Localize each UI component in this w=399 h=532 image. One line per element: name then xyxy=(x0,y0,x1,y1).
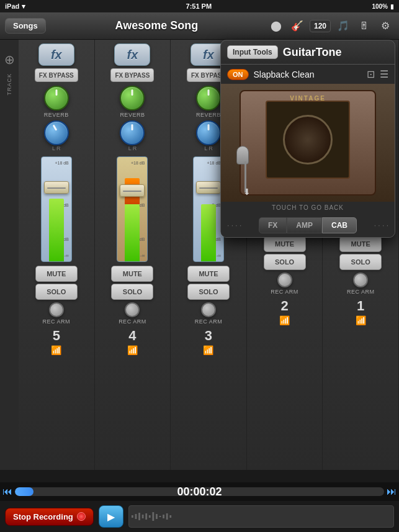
rewind-button[interactable]: ⏮ xyxy=(2,486,12,497)
channel-number-ch3: 3 xyxy=(205,328,212,344)
touch-go-back-bar: TOUCH TO GO BACK xyxy=(221,202,395,214)
solo-btn-ch4[interactable]: SOLO xyxy=(111,284,153,300)
rec-arm-circle-ch5[interactable] xyxy=(49,302,64,317)
tuner-pin: ⬇ xyxy=(243,187,251,197)
preset-name: Slapback Clean xyxy=(254,70,362,79)
on-toggle[interactable]: ON xyxy=(227,69,249,80)
mixer-icon[interactable]: 🎚 xyxy=(356,17,373,35)
rec-arm-ch2: REC ARM xyxy=(271,273,298,295)
fx-button-ch5[interactable]: fx xyxy=(38,43,74,66)
time-display: 7:51 PM xyxy=(186,2,212,10)
reverb-knob-container-ch3: REVERB xyxy=(196,86,221,118)
fader-ch3[interactable]: +18 dB 0 dB -18 dB -∞ xyxy=(193,156,224,262)
fx-button-ch4[interactable]: fx xyxy=(114,43,150,66)
header-icons: ⬤ 🎸 120 🎵 🎚 ⚙ xyxy=(267,17,394,35)
wifi-ch4: 📶 xyxy=(127,345,138,355)
rec-arm-label-ch1: REC ARM xyxy=(347,289,375,295)
dots-left: · · · · xyxy=(227,221,259,230)
stop-recording-label: Stop Recording xyxy=(13,512,73,521)
rec-arm-circle-ch2[interactable] xyxy=(277,273,292,287)
play-button[interactable]: ▶ xyxy=(99,505,123,528)
svg-rect-11 xyxy=(169,515,171,518)
rec-arm-circle-ch3[interactable] xyxy=(201,302,216,317)
transport-progress-fill xyxy=(15,487,34,496)
mute-btn-ch5[interactable]: MUTE xyxy=(35,266,78,282)
mute-btn-ch1[interactable]: MUTE xyxy=(339,236,382,252)
waveform-display xyxy=(128,505,394,528)
solo-btn-ch2[interactable]: SOLO xyxy=(264,254,306,270)
svg-rect-1 xyxy=(135,514,137,519)
solo-btn-ch1[interactable]: SOLO xyxy=(339,254,382,270)
svg-rect-6 xyxy=(152,512,154,521)
wifi-ch5: 📶 xyxy=(51,345,61,355)
tab-cab[interactable]: CAB xyxy=(322,217,357,233)
tab-fx[interactable]: FX xyxy=(259,217,287,233)
rec-arm-label-ch3: REC ARM xyxy=(195,318,223,325)
mute-solo-ch5: MUTE SOLO xyxy=(21,266,92,300)
rec-arm-circle-ch1[interactable] xyxy=(353,273,368,287)
add-track-button[interactable]: ⊕ xyxy=(2,52,17,67)
fast-forward-button[interactable]: ⏭ xyxy=(387,486,397,497)
fx-bypass-ch5[interactable]: FX BYPASS xyxy=(35,68,78,82)
amp-speaker xyxy=(283,115,333,165)
fx-bypass-ch4[interactable]: FX BYPASS xyxy=(110,68,154,82)
svg-rect-5 xyxy=(149,515,151,518)
dots-right: · · · · xyxy=(357,221,388,230)
amp-speaker-grille xyxy=(266,101,350,179)
channel-number-ch2: 2 xyxy=(280,298,288,314)
channel-number-ch4: 4 xyxy=(128,328,136,344)
preset-list-icon[interactable]: ☰ xyxy=(380,68,388,80)
guitartone-overlay: Input Tools GuitarTone ON Slapback Clean… xyxy=(220,40,395,238)
svg-rect-0 xyxy=(132,515,133,518)
pan-knob-ch4[interactable] xyxy=(120,120,145,145)
solo-btn-ch5[interactable]: SOLO xyxy=(35,284,78,300)
mute-btn-ch3[interactable]: MUTE xyxy=(187,266,230,282)
mute-solo-ch3: MUTE SOLO xyxy=(173,266,244,300)
settings-icon[interactable]: ⚙ xyxy=(377,17,394,35)
track-sidebar-label: TRACK xyxy=(6,73,12,96)
amp-body: VINTAGE xyxy=(240,90,376,196)
reverb-knob-ch4[interactable] xyxy=(120,86,145,110)
status-bar: iPad ▾ 7:51 PM 100% ▮ xyxy=(0,0,399,12)
amp-display: VINTAGE ⬇ xyxy=(221,84,395,202)
pan-knob-ch3[interactable] xyxy=(196,120,221,145)
status-right: 100% ▮ xyxy=(372,3,394,10)
songs-button[interactable]: Songs xyxy=(5,18,46,34)
touch-go-back-text: TOUCH TO GO BACK xyxy=(272,204,344,211)
guitar-icon[interactable]: 🎸 xyxy=(289,17,306,35)
fader-ch5[interactable]: +18 dB 0 dB -18 dB -∞ xyxy=(41,156,72,262)
reverb-knob-container-ch5: REVERB xyxy=(44,86,69,118)
reverb-knob-ch5[interactable] xyxy=(44,86,69,110)
tab-amp[interactable]: AMP xyxy=(287,217,322,233)
metronome-icon[interactable]: 🎵 xyxy=(334,17,352,35)
amp-tabs-row: FX AMP CAB xyxy=(259,217,357,233)
pan-knob-container-ch4: LR xyxy=(120,120,145,154)
preset-save-icon[interactable]: ⊡ xyxy=(367,68,375,80)
rec-arm-label-ch5: REC ARM xyxy=(43,318,71,325)
mute-solo-ch4: MUTE SOLO xyxy=(97,266,168,300)
rec-arm-ch4: REC ARM xyxy=(119,302,146,325)
mute-btn-ch4[interactable]: MUTE xyxy=(111,266,153,282)
pan-knob-ch5[interactable] xyxy=(44,120,69,145)
battery-icon: ▮ xyxy=(390,3,394,10)
rec-arm-circle-ch4[interactable] xyxy=(125,302,140,317)
mute-solo-ch1: MUTE SOLO xyxy=(325,236,396,270)
rec-arm-ch5: REC ARM xyxy=(43,302,71,325)
channel-number-ch1: 1 xyxy=(357,298,364,314)
pan-knob-container-ch5: LR xyxy=(44,120,69,154)
waveform-svg xyxy=(132,508,391,525)
svg-rect-8 xyxy=(159,516,161,517)
svg-rect-9 xyxy=(163,515,164,518)
bpm-badge[interactable]: 120 xyxy=(310,20,331,32)
solo-btn-ch3[interactable]: SOLO xyxy=(187,284,230,300)
fader-ch4[interactable]: +18 dB 0 dB -18 dB -∞ xyxy=(117,156,148,262)
wifi-icon: ▾ xyxy=(22,2,25,11)
pan-lr-ch3: LR xyxy=(204,145,213,151)
mute-btn-ch2[interactable]: MUTE xyxy=(264,236,306,252)
wifi-ch3: 📶 xyxy=(203,345,213,355)
pan-lr-ch5: LR xyxy=(52,145,61,151)
input-tools-button[interactable]: Input Tools xyxy=(227,45,278,59)
svg-rect-10 xyxy=(166,513,168,520)
stop-recording-button[interactable]: Stop Recording xyxy=(5,508,94,526)
reverb-knob-ch3[interactable] xyxy=(196,86,221,110)
